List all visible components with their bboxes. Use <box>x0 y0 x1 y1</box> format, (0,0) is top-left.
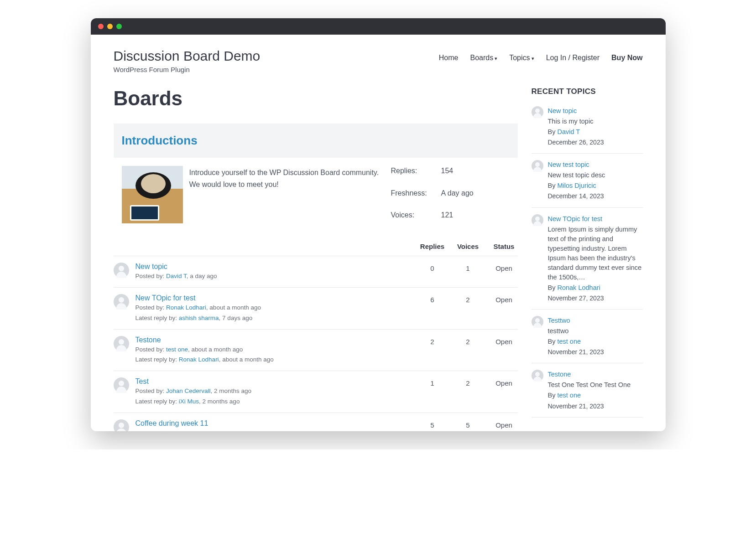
stat-label-voices: Voices: <box>391 211 441 223</box>
topic-row: Testone Posted by: test one, about a mon… <box>114 330 518 372</box>
recent-topic-date: November 27, 2023 <box>548 294 643 303</box>
site-tagline: WordPress Forum Plugin <box>114 66 261 73</box>
recent-topic-item: Testone Test One Test One Test One By te… <box>532 363 643 417</box>
recent-topic-desc: Lorem Ipsum is simply dummy text of the … <box>548 225 643 282</box>
topic-title-link[interactable]: Coffee during week 11 <box>136 419 209 427</box>
recent-topic-author-link[interactable]: test one <box>557 392 581 399</box>
recent-topic-desc: testtwo <box>548 326 643 336</box>
topic-voices: 5 <box>455 421 481 429</box>
topic-latest-reply: Latest reply by: ashish sharma, 7 days a… <box>136 314 413 323</box>
topic-row: Test Posted by: Johan Cedervall, 2 month… <box>114 371 518 413</box>
recent-topic-author-link[interactable]: Ronak Lodhari <box>557 284 600 291</box>
topic-row: New TOpic for test Posted by: Ronak Lodh… <box>114 288 518 330</box>
avatar-icon <box>532 370 543 382</box>
topic-status: Open <box>490 296 518 304</box>
topic-voices: 2 <box>455 338 481 346</box>
avatar-icon <box>114 419 129 431</box>
topic-status: Open <box>490 264 518 272</box>
nav-topics[interactable]: Topics <box>509 54 534 62</box>
board-thumbnail <box>122 166 183 223</box>
site-title: Discussion Board Demo <box>114 48 261 64</box>
topic-replies: 6 <box>419 296 446 304</box>
recent-topic-author-link[interactable]: test one <box>557 338 581 345</box>
topic-title-link[interactable]: Test <box>136 377 149 385</box>
topic-replies: 5 <box>419 421 446 429</box>
avatar-icon <box>532 214 543 226</box>
stat-label-freshness: Freshness: <box>391 189 441 201</box>
topic-latest-reply: Latest reply by: Ronak Lodhari, about a … <box>136 355 413 364</box>
stat-value-voices: 121 <box>441 211 510 223</box>
topic-author-link[interactable]: test one <box>166 346 188 353</box>
recent-topic-item: Testtwo testtwo By test one November 21,… <box>532 310 643 363</box>
topic-reply-author-link[interactable]: ashish sharma <box>179 315 219 321</box>
board-header: Introductions <box>114 124 518 158</box>
avatar-icon <box>114 377 129 393</box>
stat-value-replies: 154 <box>441 167 510 179</box>
topic-replies: 0 <box>419 264 446 272</box>
recent-topic-item: New TOpic for test Lorem Ipsum is simply… <box>532 208 643 310</box>
recent-topic-by: By David T <box>548 127 643 137</box>
avatar-icon <box>114 294 129 310</box>
topic-replies: 1 <box>419 379 446 387</box>
widget-title-recent-topics: RECENT TOPICS <box>532 87 643 96</box>
topic-reply-author-link[interactable]: Ronak Lodhari <box>179 356 219 363</box>
avatar-icon <box>532 106 543 118</box>
stat-label-replies: Replies: <box>391 167 441 179</box>
topic-posted-by: Posted by: David T, a day ago <box>136 272 413 281</box>
avatar-icon <box>114 336 129 351</box>
recent-topic-date: December 14, 2023 <box>548 191 643 201</box>
topic-row: New topic Posted by: David T, a day ago … <box>114 256 518 288</box>
maximize-window-button[interactable] <box>116 24 122 29</box>
topic-author-link[interactable]: Ronak Lodhari <box>166 304 206 311</box>
board-description: Introduce yourself to the WP Discussion … <box>189 166 385 223</box>
avatar-icon <box>114 263 129 278</box>
col-header-replies: Replies <box>419 243 446 250</box>
board-title-link[interactable]: Introductions <box>122 134 198 147</box>
recent-topic-title-link[interactable]: New TOpic for test <box>548 215 603 222</box>
stat-value-freshness: A day ago <box>441 189 510 201</box>
main-nav: Home Boards Topics Log In / Register Buy… <box>439 48 643 62</box>
avatar-icon <box>532 160 543 172</box>
recent-topic-by: By Milos Djuricic <box>548 181 643 191</box>
col-header-voices: Voices <box>455 243 481 250</box>
window-titlebar <box>91 18 666 35</box>
topic-row: Coffee during week 11 5 5 Open <box>114 413 518 431</box>
topic-title-link[interactable]: New topic <box>136 263 167 270</box>
topic-status: Open <box>490 379 518 387</box>
recent-topic-author-link[interactable]: David T <box>557 128 580 135</box>
nav-home[interactable]: Home <box>439 54 459 62</box>
topic-voices: 1 <box>455 264 481 272</box>
recent-topic-item: New topic This is my topic By David T De… <box>532 106 643 154</box>
recent-topic-title-link[interactable]: New topic <box>548 107 577 114</box>
topic-posted-by: Posted by: Johan Cedervall, 2 months ago <box>136 387 413 396</box>
topic-latest-reply: Latest reply by: iXi Mus, 2 months ago <box>136 397 413 406</box>
topic-posted-by: Posted by: Ronak Lodhari, about a month … <box>136 303 413 312</box>
topic-title-link[interactable]: New TOpic for test <box>136 294 196 302</box>
nav-buy-now[interactable]: Buy Now <box>611 54 642 62</box>
recent-topic-title-link[interactable]: Testone <box>548 371 571 378</box>
topics-column-header: Replies Voices Status <box>114 237 518 256</box>
close-window-button[interactable] <box>98 24 104 29</box>
topic-author-link[interactable]: David T <box>166 273 187 279</box>
topic-replies: 2 <box>419 338 446 346</box>
recent-topic-title-link[interactable]: Testtwo <box>548 317 570 324</box>
col-header-status: Status <box>490 243 518 250</box>
recent-topic-desc: New test topic desc <box>548 170 643 180</box>
avatar-icon <box>532 316 543 328</box>
nav-login[interactable]: Log In / Register <box>546 54 600 62</box>
recent-topic-date: December 26, 2023 <box>548 138 643 147</box>
nav-boards[interactable]: Boards <box>470 54 497 62</box>
minimize-window-button[interactable] <box>107 24 113 29</box>
topic-author-link[interactable]: Johan Cedervall <box>166 387 211 394</box>
recent-topic-title-link[interactable]: New test topic <box>548 161 589 168</box>
topic-posted-by: Posted by: test one, about a month ago <box>136 345 413 354</box>
recent-topic-date: November 21, 2023 <box>548 402 643 411</box>
topic-reply-author-link[interactable]: iXi Mus <box>179 398 199 405</box>
board-stats: Replies: 154 Freshness: A day ago Voices… <box>391 166 510 223</box>
recent-topic-item: New test topic New test topic desc By Mi… <box>532 154 643 207</box>
page-title: Boards <box>114 87 518 110</box>
topic-title-link[interactable]: Testone <box>136 336 161 344</box>
recent-topic-author-link[interactable]: Milos Djuricic <box>557 182 596 189</box>
topic-status: Open <box>490 338 518 346</box>
topic-status: Open <box>490 421 518 429</box>
